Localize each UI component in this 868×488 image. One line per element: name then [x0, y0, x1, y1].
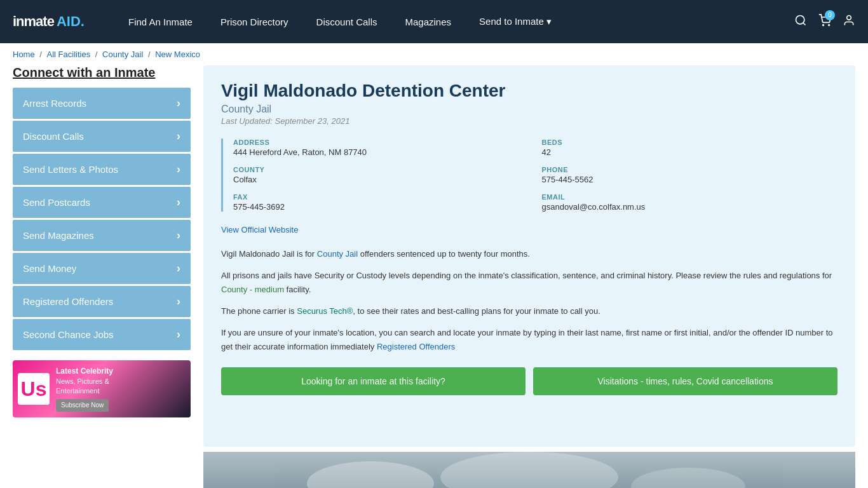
county-label: COUNTY: [233, 166, 529, 173]
search-icon[interactable]: [794, 14, 807, 30]
sidebar-item-send-magazines[interactable]: Send Magazines ›: [13, 220, 191, 251]
facility-updated: Last Updated: September 23, 2021: [221, 116, 837, 126]
email-value: gsandoval@co.colfax.nm.us: [542, 202, 838, 212]
action-buttons: Looking for an inmate at this facility? …: [221, 367, 837, 395]
desc-paragraph-3: The phone carrier is Securus Tech®, to s…: [221, 304, 837, 318]
facility-description: Vigil Maldonado Jail is for County Jail …: [221, 247, 837, 355]
nav-magazines[interactable]: Magazines: [391, 0, 465, 43]
sidebar-item-label: Arrest Records: [23, 98, 86, 109]
find-inmate-button[interactable]: Looking for an inmate at this facility?: [221, 367, 526, 395]
ad-text: Latest Celebrity News, Pictures & Entert…: [56, 366, 113, 412]
email-block: EMAIL gsandoval@co.colfax.nm.us: [542, 193, 838, 212]
sidebar-arrow-7: ›: [177, 328, 180, 341]
phone-label: PHONE: [542, 166, 838, 173]
ad-subscribe-button[interactable]: Subscribe Now: [56, 399, 109, 412]
sidebar-item-label: Send Postcards: [23, 197, 90, 208]
beds-block: BEDS 42: [542, 139, 838, 157]
facility-name: Vigil Maldonado Detention Center: [221, 81, 837, 101]
sidebar-item-send-letters[interactable]: Send Letters & Photos ›: [13, 154, 191, 185]
breadcrumb-all-facilities[interactable]: All Facilities: [47, 50, 91, 59]
sidebar-arrow-6: ›: [177, 295, 180, 308]
ad-banner[interactable]: Us Latest Celebrity News, Pictures & Ent…: [13, 360, 191, 417]
ad-line2: News, Pictures &: [56, 377, 109, 385]
nav-discount-calls[interactable]: Discount Calls: [302, 0, 391, 43]
facility-type: County Jail: [221, 104, 837, 115]
county-jail-link[interactable]: County Jail: [317, 249, 358, 259]
desc-paragraph-2: All prisons and jails have Security or C…: [221, 269, 837, 297]
address-label: ADDRESS: [233, 139, 529, 146]
svg-point-4: [847, 15, 851, 20]
nav-prison-directory[interactable]: Prison Directory: [207, 0, 302, 43]
sidebar-item-second-chance-jobs[interactable]: Second Chance Jobs ›: [13, 319, 191, 350]
desc-paragraph-4: If you are unsure of your inmate's locat…: [221, 326, 837, 354]
logo[interactable]: inmate AID.: [13, 13, 95, 30]
sidebar-item-label: Discount Calls: [23, 131, 84, 142]
svg-point-3: [829, 24, 830, 25]
breadcrumb-home[interactable]: Home: [13, 50, 35, 59]
fax-label: FAX: [233, 193, 529, 201]
svg-line-1: [803, 22, 806, 25]
phone-block: PHONE 575-445-5562: [542, 166, 838, 184]
header-icons: 0: [794, 14, 855, 30]
sidebar-item-send-money[interactable]: Send Money ›: [13, 253, 191, 284]
sidebar-arrow-3: ›: [177, 196, 180, 209]
fax-block: FAX 575-445-3692: [233, 193, 529, 212]
beds-label: BEDS: [542, 139, 838, 146]
registered-offenders-link[interactable]: Registered Offenders: [377, 342, 455, 351]
sidebar-item-label: Registered Offenders: [23, 296, 113, 307]
breadcrumb: Home / All Facilities / County Jail / Ne…: [0, 43, 868, 65]
email-label: EMAIL: [542, 193, 838, 201]
nav-send-to-inmate[interactable]: Send to Inmate ▾: [465, 0, 566, 43]
user-icon[interactable]: [843, 14, 855, 30]
header: inmate AID. Find An Inmate Prison Direct…: [0, 0, 868, 43]
beds-value: 42: [542, 147, 838, 157]
sidebar-arrow-2: ›: [177, 163, 180, 176]
breadcrumb-county-jail[interactable]: County Jail: [102, 50, 143, 59]
ad-line3: Entertainment: [56, 387, 99, 395]
sidebar-arrow-5: ›: [177, 262, 180, 275]
breadcrumb-state[interactable]: New Mexico: [155, 50, 200, 59]
svg-point-0: [796, 15, 804, 24]
address-block: ADDRESS 444 Hereford Ave, Raton, NM 8774…: [233, 139, 529, 157]
sidebar-arrow-1: ›: [177, 130, 180, 143]
logo-aid: AID.: [57, 13, 85, 30]
visitations-button[interactable]: Visitations - times, rules, Covid cancel…: [533, 367, 837, 395]
sidebar-arrow-0: ›: [177, 97, 180, 110]
sidebar-item-label: Send Money: [23, 263, 76, 274]
fax-value: 575-445-3692: [233, 202, 529, 212]
facility-image: [203, 452, 855, 488]
ad-line1: Latest Celebrity: [56, 367, 113, 376]
sidebar-title: Connect with an Inmate: [13, 65, 191, 80]
sidebar-item-label: Send Magazines: [23, 230, 94, 241]
cart-icon[interactable]: 0: [818, 14, 831, 30]
securus-link[interactable]: Securus Tech®: [297, 306, 353, 316]
breadcrumb-sep2: /: [95, 50, 100, 59]
phone-value: 575-445-5562: [542, 175, 838, 184]
sidebar-item-discount-calls[interactable]: Discount Calls ›: [13, 121, 191, 152]
breadcrumb-sep1: /: [39, 50, 44, 59]
address-value: 444 Hereford Ave, Raton, NM 87740: [233, 147, 529, 157]
logo-text: inmate: [13, 13, 54, 30]
facility-info-grid: ADDRESS 444 Hereford Ave, Raton, NM 8774…: [221, 139, 837, 212]
sidebar: Connect with an Inmate Arrest Records › …: [13, 65, 191, 447]
breadcrumb-sep3: /: [148, 50, 153, 59]
sidebar-menu: Arrest Records › Discount Calls › Send L…: [13, 88, 191, 350]
sidebar-item-label: Second Chance Jobs: [23, 329, 114, 340]
cart-badge: 0: [825, 10, 835, 20]
sidebar-item-send-postcards[interactable]: Send Postcards ›: [13, 187, 191, 218]
main-layout: Connect with an Inmate Arrest Records › …: [0, 65, 868, 447]
county-medium-link[interactable]: County - medium: [221, 285, 284, 294]
sidebar-arrow-4: ›: [177, 229, 180, 242]
desc-paragraph-1: Vigil Maldonado Jail is for County Jail …: [221, 247, 837, 261]
ad-logo: Us: [18, 373, 50, 405]
nav-find-inmate[interactable]: Find An Inmate: [114, 0, 207, 43]
official-website-link[interactable]: View Official Website: [221, 225, 298, 234]
sidebar-item-registered-offenders[interactable]: Registered Offenders ›: [13, 286, 191, 317]
county-value: Colfax: [233, 175, 529, 184]
main-nav: Find An Inmate Prison Directory Discount…: [114, 0, 775, 43]
svg-point-2: [823, 24, 824, 25]
sidebar-item-arrest-records[interactable]: Arrest Records ›: [13, 88, 191, 119]
facility-content: Vigil Maldonado Detention Center County …: [203, 65, 855, 447]
sidebar-item-label: Send Letters & Photos: [23, 164, 118, 175]
county-block: COUNTY Colfax: [233, 166, 529, 184]
